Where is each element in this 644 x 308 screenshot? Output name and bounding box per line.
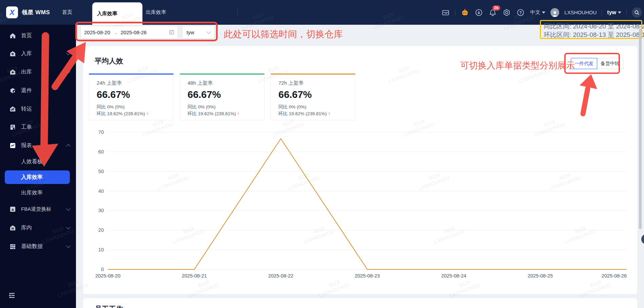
svg-text:a: a — [12, 207, 14, 211]
chevron-down-icon — [66, 206, 71, 211]
sidebar-item-label: FBA退货换标 — [21, 206, 51, 212]
tab-inbound-efficiency[interactable]: 入库效率 — [92, 2, 142, 25]
ticket-icon — [9, 124, 16, 130]
settings-icon[interactable] — [502, 8, 511, 17]
sidebar-item-returns[interactable]: 退件 — [0, 81, 76, 100]
sidebar-item-label: 库内 — [21, 224, 32, 231]
svg-text:40: 40 — [98, 188, 104, 194]
transfer-icon — [9, 106, 16, 112]
download-icon[interactable] — [474, 8, 483, 17]
svg-text:10: 10 — [98, 247, 104, 252]
calendar-icon — [169, 29, 174, 35]
language-selector[interactable]: 中文 — [530, 9, 545, 16]
sidebar-item-label: 基础数据 — [21, 243, 43, 250]
sidebar-subitem-efficiency-board[interactable]: 人效看板 — [0, 154, 76, 169]
sidebar-item-inbound[interactable]: 入库 — [0, 44, 76, 63]
svg-text:50: 50 — [98, 169, 104, 174]
help-icon[interactable]: ? — [516, 8, 525, 17]
sidebar-item-label: 入库 — [21, 50, 32, 57]
sidebar-item-in-warehouse[interactable]: 库内 — [0, 219, 76, 237]
tab-outbound-efficiency[interactable]: 出库效率 — [146, 0, 166, 25]
trend-up-icon: ↑ — [146, 111, 149, 116]
chevron-down-icon — [66, 51, 71, 55]
warehouse-select[interactable]: tyw — [182, 26, 215, 39]
chevron-down-icon — [618, 12, 621, 14]
stat-yoy: 同比 0% (0%) — [278, 104, 348, 110]
annotation-text-toggle: 可切换入库单据类型分别展示 — [460, 60, 575, 71]
app-logo[interactable]: X — [6, 6, 18, 18]
chevron-down-icon — [207, 29, 211, 34]
toggle-stock-transfer-button[interactable]: 备货中转 — [597, 58, 623, 69]
tab-divider — [237, 9, 238, 16]
svg-text:?: ? — [520, 10, 522, 15]
svg-text:60: 60 — [98, 149, 104, 155]
icon-divider — [455, 9, 455, 16]
search-icon[interactable] — [632, 7, 642, 18]
mom-interval: 环比区间: 2025-08-13 至 2025-08-19 — [544, 30, 639, 39]
order-type-toggle: 一件代发 备货中转 — [571, 58, 623, 69]
sidebar-item-workorder[interactable]: 工单 — [0, 118, 76, 136]
chevron-up-icon — [66, 144, 71, 148]
stat-mom: 环比 19.62% (239.81%) ↑ — [278, 110, 348, 117]
svg-text:2025-08-26: 2025-08-26 — [602, 273, 627, 279]
stat-card-24h: 24h 上架率 66.67% 同比 0% (0%) 环比 19.62% (239… — [89, 74, 174, 120]
stat-card-72h: 72h 上架率 66.67% 同比 0% (0%) 环比 19.62% (239… — [271, 74, 355, 120]
sidebar-item-reports[interactable]: 报表 — [0, 136, 76, 155]
brand-title: 领星 WMS — [22, 8, 50, 16]
svg-text:0: 0 — [101, 267, 104, 272]
stat-value: 66.67% — [278, 89, 348, 100]
icon-divider — [602, 9, 602, 16]
stat-yoy: 同比 0% (0%) — [97, 104, 166, 110]
chevron-down-icon — [66, 225, 71, 229]
language-label: 中文 — [530, 9, 540, 16]
home-icon — [9, 33, 16, 39]
username-label: LXSHOUHOU — [564, 9, 597, 15]
sidebar-item-home[interactable]: 首页 — [0, 26, 76, 45]
bottom-panel-title: 员工工作 — [95, 304, 123, 308]
svg-text:2025-08-20: 2025-08-20 — [95, 273, 120, 279]
robot-assistant-icon[interactable] — [461, 8, 469, 17]
sidebar-item-transfer[interactable]: 转运 — [0, 100, 76, 118]
svg-text:70: 70 — [98, 129, 104, 135]
svg-text:30: 30 — [98, 208, 104, 213]
sidebar-subitem-label: 人效看板 — [21, 158, 43, 165]
svg-text:20: 20 — [98, 227, 104, 233]
returns-icon — [9, 87, 16, 94]
scrollbar[interactable] — [639, 28, 642, 229]
warehouse-icon — [9, 225, 16, 231]
sidebar-subitem-label: 入库效率 — [21, 174, 43, 181]
tab-home[interactable]: 首页 — [62, 0, 72, 25]
sidebar-item-label: 出库 — [21, 68, 32, 76]
svg-text:2025-08-21: 2025-08-21 — [182, 273, 207, 279]
stat-label: 72h 上架率 — [278, 80, 348, 86]
workspace-selector[interactable]: tyw — [607, 9, 621, 16]
mail-icon[interactable] — [441, 8, 450, 17]
compare-interval-box: 同比区间: 2024-08-20 至 2024-08-26 环比区间: 2025… — [540, 20, 642, 39]
main-content: 2025-08-20 → 2025-08-26 tyw 此处可以筛选时间，切换仓… — [76, 25, 644, 308]
sidebar-item-label: 报表 — [21, 142, 32, 149]
sidebar: 首页 入库 出库 退件 转运 工单 报表 人效看板 入库效率 出库效率 a FB… — [0, 25, 76, 308]
svg-text:2025-08-22: 2025-08-22 — [268, 273, 293, 279]
stat-mom: 环比 19.62% (239.81%) ↑ — [188, 110, 257, 117]
outbound-icon — [9, 69, 16, 75]
notification-bell-icon[interactable]: 26 — [488, 8, 497, 17]
sidebar-item-label: 工单 — [21, 124, 32, 131]
inbound-icon — [9, 50, 16, 57]
stat-value: 66.67% — [97, 89, 166, 100]
sidebar-item-label: 首页 — [21, 32, 32, 39]
svg-text:2025-08-24: 2025-08-24 — [441, 273, 466, 279]
chevron-down-icon — [542, 12, 545, 14]
sidebar-item-outbound[interactable]: 出库 — [0, 63, 76, 81]
sidebar-subitem-inbound-efficiency[interactable]: 入库效率 — [5, 170, 70, 184]
sidebar-subitem-outbound-efficiency[interactable]: 出库效率 — [0, 185, 76, 200]
sidebar-item-fba-relabel[interactable]: a FBA退货换标 — [0, 200, 76, 218]
sidebar-item-base-data[interactable]: 基础数据 — [0, 237, 76, 255]
date-range-input[interactable]: 2025-08-20 → 2025-08-26 — [80, 26, 178, 39]
sidebar-collapse-icon[interactable] — [8, 292, 16, 299]
avatar[interactable] — [550, 8, 559, 17]
stat-label: 48h 上架率 — [188, 80, 257, 86]
date-start: 2025-08-20 — [84, 29, 110, 35]
date-end: 2025-08-26 — [121, 29, 147, 35]
stat-value: 66.67% — [188, 89, 257, 100]
date-arrow-icon: → — [113, 29, 118, 35]
